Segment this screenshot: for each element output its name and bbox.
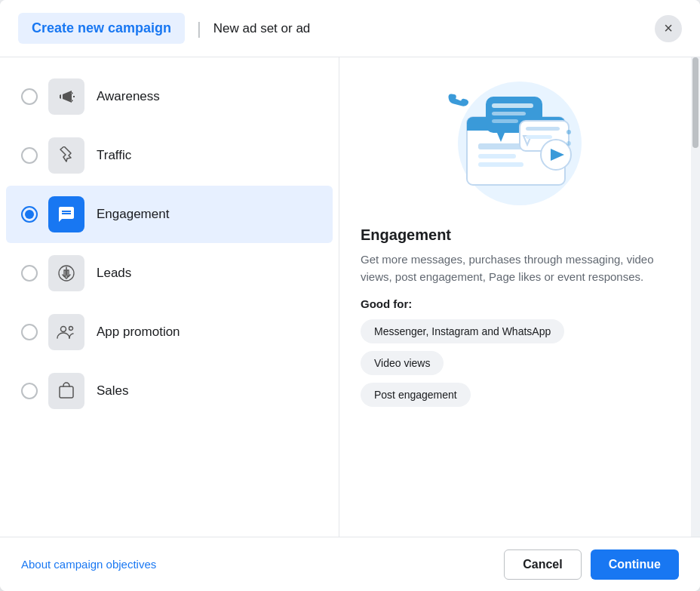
svg-point-0 [61,327,66,332]
modal: Create new campaign | New ad set or ad ×… [0,0,700,591]
awareness-icon [57,88,75,106]
svg-rect-18 [526,135,552,139]
scrollbar-thumb[interactable] [692,57,698,148]
option-label-awareness: Awareness [97,89,160,104]
tab-create-campaign[interactable]: Create new campaign [18,13,185,44]
option-engagement[interactable]: Engagement [6,186,333,243]
modal-header: Create new campaign | New ad set or ad × [0,0,700,57]
app-promotion-icon [56,323,77,341]
radio-app-promotion [21,324,38,340]
radio-sales [21,383,38,399]
tag-2: Post engagement [361,383,471,407]
option-label-sales: Sales [97,383,129,399]
traffic-icon [57,146,75,165]
radio-engagement [21,206,38,223]
option-sales[interactable]: Sales [6,362,333,420]
tag-list: Messenger, Instagram and WhatsApp Video … [361,319,679,407]
app-promotion-icon-box [48,314,84,350]
close-button[interactable]: × [655,15,682,42]
tag-1: Video views [361,351,444,375]
continue-button[interactable]: Continue [591,549,679,580]
leads-icon-box [48,255,84,291]
option-app-promotion[interactable]: App promotion [6,303,333,361]
scrollbar-track[interactable] [691,57,700,537]
option-label-engagement: Engagement [97,207,169,222]
cancel-button[interactable]: Cancel [504,549,581,580]
svg-rect-17 [526,127,560,131]
svg-point-1 [69,327,73,331]
engagement-icon [57,205,75,223]
sales-icon-box [48,373,84,409]
right-panel: Engagement Get more messages, purchases … [339,57,700,537]
radio-traffic [21,147,38,164]
engagement-illustration [444,75,595,211]
awareness-icon-box [48,78,84,115]
svg-rect-9 [478,162,523,167]
detail-title: Engagement [361,226,679,244]
option-label-app-promotion: App promotion [97,325,180,340]
svg-rect-14 [492,119,518,123]
illustration-container [361,75,679,211]
svg-rect-13 [492,112,526,115]
svg-point-22 [566,141,571,146]
sales-icon [57,382,75,400]
tag-0: Messenger, Instagram and WhatsApp [361,319,564,343]
leads-icon [57,264,75,282]
svg-rect-12 [492,103,533,108]
good-for-label: Good for: [361,297,679,310]
svg-rect-8 [478,154,516,159]
modal-footer: About campaign objectives Cancel Continu… [0,537,700,591]
option-label-leads: Leads [97,266,131,281]
option-leads[interactable]: Leads [6,245,333,302]
tab-new-ad-set[interactable]: New ad set or ad [213,21,311,36]
svg-rect-2 [60,386,73,398]
traffic-icon-box [48,137,84,174]
option-awareness[interactable]: Awareness [6,68,333,125]
detail-description: Get more messages, purchases through mes… [361,251,679,285]
engagement-icon-box [48,196,84,232]
header-divider: | [197,19,201,38]
footer-buttons: Cancel Continue [504,549,679,580]
radio-leads [21,265,38,282]
svg-point-21 [566,130,571,134]
modal-body: Awareness Traffic [0,57,700,537]
option-traffic[interactable]: Traffic [6,127,333,184]
right-content: Engagement Get more messages, purchases … [339,57,700,537]
about-objectives-link[interactable]: About campaign objectives [21,558,156,571]
option-label-traffic: Traffic [97,148,131,163]
left-panel: Awareness Traffic [0,57,339,537]
radio-awareness [21,88,38,105]
